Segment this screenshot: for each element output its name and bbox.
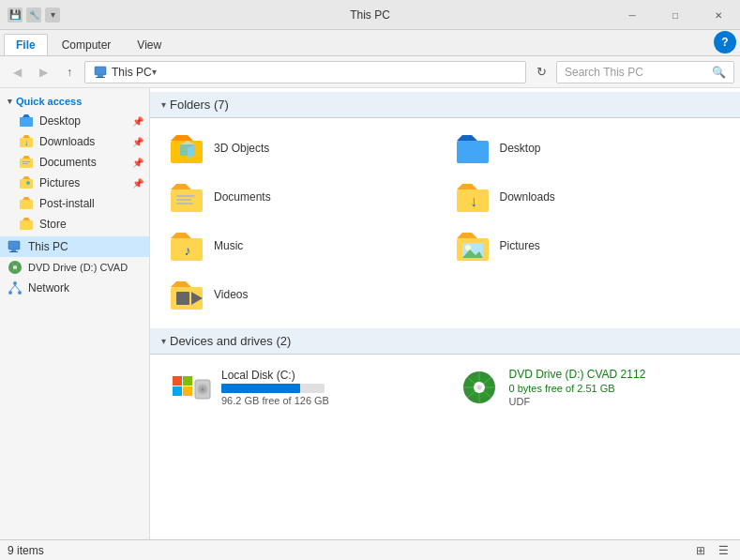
svg-marker-44 <box>457 184 477 189</box>
sidebar-item-postinstall[interactable]: Post-install <box>0 193 149 214</box>
sidebar-item-downloads[interactable]: ↓ Downloads 📌 <box>0 131 149 152</box>
sidebar: ▾ Quick access Desktop 📌 ↓ Download <box>0 88 150 539</box>
svg-marker-55 <box>171 281 191 287</box>
folder-item-desktop[interactable]: Desktop <box>447 126 730 171</box>
svg-rect-17 <box>20 220 33 230</box>
svg-point-14 <box>26 181 30 185</box>
large-icons-view-button[interactable]: ⊞ <box>691 541 710 560</box>
drive-item-d[interactable]: DVD Drive (D:) CVAD 2112 0 bytes free of… <box>449 362 730 413</box>
refresh-button[interactable]: ↻ <box>530 61 552 83</box>
svg-marker-39 <box>171 184 191 189</box>
svg-marker-47 <box>171 233 191 238</box>
quick-access-toolbar-dropdown[interactable]: ▾ <box>45 8 60 23</box>
folder-desktop-label: Desktop <box>500 142 541 155</box>
svg-marker-32 <box>171 135 193 141</box>
devices-grid: Local Disk (C:) 96.2 GB free of 126 GB <box>150 355 740 420</box>
drive-item-c[interactable]: Local Disk (C:) 96.2 GB free of 126 GB <box>161 362 442 413</box>
folder-docs-icon <box>169 180 206 214</box>
devices-section-header[interactable]: ▾ Devices and drives (2) <box>150 328 740 355</box>
this-pc-icon <box>93 65 108 80</box>
folder-item-3dobjects[interactable]: 3D Objects <box>161 126 444 171</box>
quick-access-label: Quick access <box>16 96 82 107</box>
svg-rect-0 <box>95 67 106 75</box>
breadcrumb: This PC <box>93 65 152 80</box>
back-button[interactable]: ◀ <box>6 61 28 83</box>
tab-view[interactable]: View <box>125 34 174 55</box>
svg-marker-50 <box>457 233 477 238</box>
svg-rect-40 <box>176 195 195 197</box>
search-box[interactable]: Search This PC 🔍 <box>556 61 734 83</box>
view-controls: ⊞ ☰ <box>691 541 732 560</box>
folders-chevron-icon: ▾ <box>161 99 166 110</box>
folder-item-videos[interactable]: Videos <box>161 272 444 317</box>
tab-computer[interactable]: Computer <box>50 34 124 55</box>
folder-3d-icon <box>169 131 206 165</box>
address-input[interactable]: This PC ▾ <box>84 61 526 83</box>
details-view-button[interactable]: ☰ <box>714 541 732 560</box>
minimize-button[interactable]: ─ <box>611 0 654 30</box>
quick-access-toolbar-save[interactable]: 💾 <box>8 8 23 23</box>
quick-access-header: ▾ Quick access <box>0 92 149 111</box>
folder-item-music[interactable]: ♪ Music <box>161 223 444 268</box>
pin-icon-documents: 📌 <box>132 158 143 168</box>
sidebar-item-thispc[interactable]: This PC <box>0 236 149 257</box>
svg-marker-6 <box>23 135 30 138</box>
quick-access-chevron: ▾ <box>8 97 12 106</box>
forward-button[interactable]: ▶ <box>32 61 54 83</box>
hdd-icon <box>169 369 214 406</box>
drive-c-name: Local Disk (C:) <box>221 369 329 382</box>
devices-section-label: Devices and drives (2) <box>170 334 291 348</box>
search-icon[interactable]: 🔍 <box>712 66 726 79</box>
sidebar-item-documents[interactable]: Documents 📌 <box>0 152 149 173</box>
sidebar-pictures-label: Pictures <box>39 176 80 189</box>
svg-point-65 <box>202 388 204 391</box>
svg-rect-60 <box>173 386 182 396</box>
folder-music-label: Music <box>214 239 243 252</box>
svg-rect-20 <box>11 250 16 251</box>
quick-access-toolbar-properties[interactable]: 🔧 <box>26 8 41 23</box>
folder-videos-icon <box>169 278 206 311</box>
sidebar-desktop-label: Desktop <box>39 114 81 128</box>
sidebar-documents-label: Documents <box>39 156 97 169</box>
sidebar-item-dvd[interactable]: DVD Drive (D:) CVAD <box>0 257 149 278</box>
sidebar-item-desktop[interactable]: Desktop 📌 <box>0 111 149 131</box>
dvd-sidebar-icon <box>8 260 23 275</box>
svg-rect-21 <box>9 251 18 252</box>
network-sidebar-icon <box>8 280 23 295</box>
dropdown-chevron-icon[interactable]: ▾ <box>152 67 157 77</box>
sidebar-item-pictures[interactable]: Pictures 📌 <box>0 173 149 193</box>
pin-icon-downloads: 📌 <box>132 137 143 147</box>
folder-item-downloads[interactable]: ↓ Downloads <box>447 174 730 219</box>
svg-line-29 <box>10 285 15 291</box>
folder-documents-label: Documents <box>214 190 271 204</box>
up-button[interactable]: ↑ <box>58 61 81 83</box>
svg-text:♪: ♪ <box>185 243 191 258</box>
close-button[interactable]: ✕ <box>697 0 740 30</box>
store-folder-icon <box>19 217 34 232</box>
folder-item-documents[interactable]: Documents <box>161 174 444 219</box>
svg-rect-19 <box>8 241 20 250</box>
svg-point-27 <box>8 291 12 295</box>
tab-file[interactable]: File <box>4 34 48 55</box>
svg-text:↓: ↓ <box>470 193 477 209</box>
drive-c-fill <box>221 384 300 393</box>
svg-rect-42 <box>176 203 193 204</box>
pin-icon-pictures: 📌 <box>132 178 143 189</box>
sidebar-item-network[interactable]: Network <box>0 278 149 298</box>
folder-downloads-label: Downloads <box>500 190 555 204</box>
window-controls: ─ □ ✕ <box>611 0 740 30</box>
svg-rect-10 <box>23 161 30 162</box>
svg-marker-37 <box>457 135 477 141</box>
pin-icon: 📌 <box>132 116 143 127</box>
sidebar-store-label: Store <box>39 218 67 231</box>
maximize-button[interactable]: □ <box>654 0 697 30</box>
svg-rect-15 <box>20 200 33 209</box>
help-button[interactable]: ? <box>714 31 736 53</box>
folders-grid: 3D Objects Desktop <box>150 118 740 325</box>
folder-item-pictures[interactable]: Pictures <box>447 223 730 268</box>
folder-videos-label: Videos <box>214 288 248 301</box>
sidebar-item-store[interactable]: Store <box>0 214 149 235</box>
folders-section-header[interactable]: ▾ Folders (7) <box>150 92 740 118</box>
downloads-folder-icon: ↓ <box>19 134 34 149</box>
folder-desktop-icon <box>455 131 492 165</box>
